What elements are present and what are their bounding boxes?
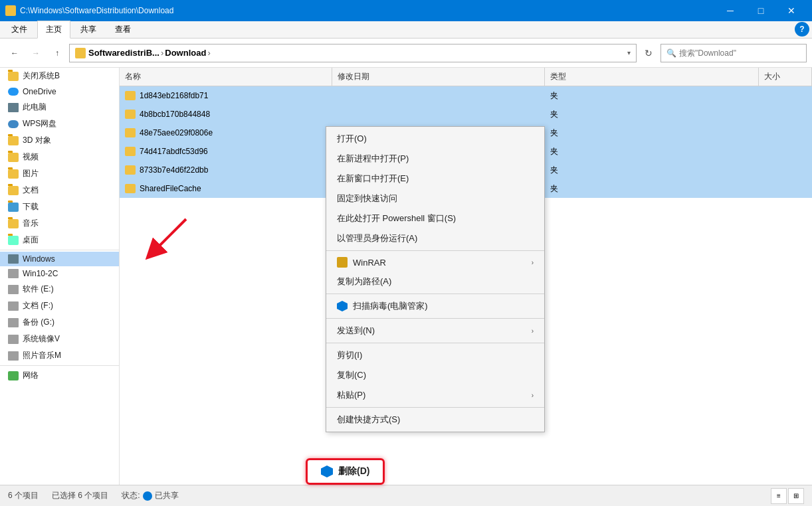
context-open[interactable]: 打开(O) — [326, 129, 544, 149]
sidebar-item-thispc[interactable]: 此电脑 — [0, 99, 119, 116]
col-header-type[interactable]: 类型 — [545, 68, 759, 86]
file-type: 夹 — [545, 165, 759, 176]
folder-icon — [125, 128, 136, 137]
sidebar-item-label: Win10-2C — [23, 269, 58, 278]
sidebar-item-label: 文档 (F:) — [23, 300, 53, 311]
context-winrar-text: WinRAR — [337, 257, 386, 268]
context-create-shortcut[interactable]: 创建快捷方式(S) — [326, 410, 544, 430]
submenu-arrow-icon: › — [532, 259, 534, 266]
address-dropdown-icon[interactable]: ▾ — [627, 49, 631, 56]
address-path-box[interactable]: SoftwaredistriB... › Download › ▾ — [69, 44, 637, 62]
context-open-process-text: 在新进程中打开(P) — [337, 153, 409, 165]
forward-button[interactable]: → — [27, 44, 45, 62]
context-copy[interactable]: 复制(C) — [326, 365, 544, 385]
close-button[interactable]: ✕ — [776, 0, 807, 21]
delete-button-container: 删除(D) — [306, 458, 385, 485]
status-bar: 6 个项目 已选择 6 个项目 状态: 已共享 ≡ ⊞ — [0, 485, 812, 506]
context-copy-text: 复制(C) — [337, 369, 366, 381]
context-scan-virus-text: 扫描病毒(电脑管家) — [337, 300, 428, 312]
context-powershell[interactable]: 在此处打开 Powershell 窗口(S) — [326, 209, 544, 228]
delete-shield-icon — [321, 465, 333, 477]
sidebar-item-guanbi[interactable]: 关闭系统B — [0, 68, 119, 84]
folder-icon — [125, 184, 136, 193]
context-pin[interactable]: 固定到快速访问 — [326, 189, 544, 209]
cloud-icon — [8, 120, 19, 128]
view-grid-button[interactable]: ⊞ — [788, 488, 804, 504]
context-admin-run[interactable]: 以管理员身份运行(A) — [326, 228, 544, 248]
sidebar-item-doc-f[interactable]: 文档 (F:) — [0, 297, 119, 314]
refresh-button[interactable]: ↻ — [639, 44, 658, 62]
sidebar-item-photo-music[interactable]: 照片音乐M — [0, 347, 119, 364]
context-open-window[interactable]: 在新窗口中打开(E) — [326, 169, 544, 189]
network-icon — [8, 371, 19, 380]
view-detail-button[interactable]: ≡ — [771, 488, 787, 504]
file-type: 夹 — [545, 146, 759, 157]
sidebar-item-3d[interactable]: 3D 对象 — [0, 132, 119, 149]
back-button[interactable]: ← — [5, 44, 24, 62]
sidebar-item-download[interactable]: 下载 — [0, 199, 119, 215]
sidebar-item-music[interactable]: 音乐 — [0, 215, 119, 232]
context-paste-text: 粘贴(P) — [337, 389, 365, 401]
sidebar-item-soft-e[interactable]: 软件 (E:) — [0, 281, 119, 297]
sidebar-item-sysimage[interactable]: 系统镜像V — [0, 331, 119, 347]
file-name: 8733b7e4d6f22dbb — [140, 165, 208, 175]
sidebar-item-backup-g[interactable]: 备份 (G:) — [0, 314, 119, 331]
table-row[interactable]: 1d843eb2168fdb71 夹 — [120, 86, 812, 105]
context-paste[interactable]: 粘贴(P) › — [326, 385, 544, 405]
col-header-name[interactable]: 名称 — [120, 68, 332, 86]
table-row[interactable]: 4b8bcb170b844848 夹 — [120, 105, 812, 124]
sidebar-item-label: 桌面 — [23, 234, 39, 246]
title-bar: C:\Windows\SoftwareDistribution\Download… — [0, 0, 812, 21]
col-header-size[interactable]: 大小 — [759, 68, 812, 86]
context-pin-text: 固定到快速访问 — [337, 193, 397, 205]
sidebar-divider — [0, 250, 119, 250]
tab-file[interactable]: 文件 — [3, 21, 36, 38]
drive-icon — [8, 351, 19, 361]
context-sep-5 — [326, 407, 544, 408]
sidebar-item-wps[interactable]: WPS网盘 — [0, 116, 119, 132]
sidebar-item-win10[interactable]: Win10-2C — [0, 266, 119, 281]
tab-view[interactable]: 查看 — [106, 21, 140, 38]
sidebar-item-label: 文档 — [23, 185, 39, 196]
col-header-date[interactable]: 修改日期 — [332, 68, 545, 86]
window-controls: ─ □ ✕ — [715, 0, 807, 21]
sidebar-item-network[interactable]: 网络 — [0, 367, 119, 384]
context-open-process[interactable]: 在新进程中打开(P) — [326, 149, 544, 169]
context-winrar[interactable]: WinRAR › — [326, 253, 544, 272]
sidebar-item-label: 此电脑 — [23, 102, 47, 113]
folder-icon — [125, 91, 136, 100]
drive-icon — [8, 285, 19, 294]
sidebar-item-label: 视频 — [23, 151, 39, 163]
path-separator-1: › — [161, 48, 163, 58]
submenu-arrow-icon-3: › — [532, 392, 534, 399]
folder-icon — [125, 147, 136, 156]
search-input[interactable] — [679, 48, 801, 58]
sidebar-item-onedrive[interactable]: OneDrive — [0, 84, 119, 99]
sidebar-item-windows[interactable]: Windows — [0, 252, 119, 266]
sidebar-item-picture[interactable]: 图片 — [0, 165, 119, 182]
sidebar-item-video[interactable]: 视频 — [0, 149, 119, 165]
tab-home[interactable]: 主页 — [37, 21, 70, 39]
drive-icon — [8, 269, 19, 278]
sidebar-item-doc[interactable]: 文档 — [0, 182, 119, 199]
tab-share[interactable]: 共享 — [72, 21, 105, 38]
context-create-shortcut-text: 创建快捷方式(S) — [337, 414, 400, 426]
selected-count: 已选择 6 个项目 — [52, 490, 108, 501]
path-part-1: SoftwaredistriB... — [88, 48, 159, 58]
up-button[interactable]: ↑ — [48, 44, 66, 62]
sidebar-item-desktop[interactable]: 桌面 — [0, 232, 119, 248]
context-menu: 打开(O) 在新进程中打开(P) 在新窗口中打开(E) 固定到快速访问 在此处打… — [326, 126, 545, 432]
address-path-text: SoftwaredistriB... › Download › — [88, 48, 211, 58]
context-cut[interactable]: 剪切(I) — [326, 345, 544, 365]
context-copy-path[interactable]: 复制为路径(A) — [326, 272, 544, 292]
delete-button[interactable]: 删除(D) — [306, 458, 385, 485]
search-box[interactable]: 🔍 — [660, 44, 807, 62]
minimize-button[interactable]: ─ — [715, 0, 746, 21]
sidebar-item-label: 图片 — [23, 168, 39, 179]
help-button[interactable]: ? — [795, 22, 809, 37]
maximize-button[interactable]: □ — [746, 0, 776, 21]
context-scan-virus[interactable]: 扫描病毒(电脑管家) — [326, 296, 544, 316]
title-folder-icon — [5, 5, 16, 16]
folder-icon — [8, 153, 19, 162]
context-send-to[interactable]: 发送到(N) › — [326, 321, 544, 341]
